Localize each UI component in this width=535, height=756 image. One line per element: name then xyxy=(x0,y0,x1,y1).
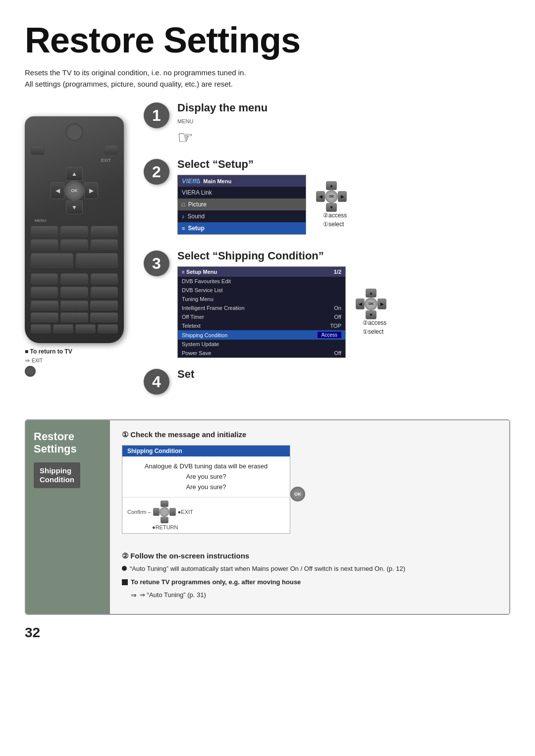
dpad-left[interactable]: ◀ xyxy=(51,182,64,199)
setup-row-5[interactable]: Teletext TOP xyxy=(178,321,345,330)
confirm-dpad-up[interactable] xyxy=(160,501,168,507)
menu-sub-label: MENU xyxy=(177,118,510,124)
confirm-dpad-down[interactable] xyxy=(160,517,168,523)
remote-btn[interactable] xyxy=(60,287,88,298)
dpad-mini-ok[interactable]: OK xyxy=(325,190,338,203)
remote-btn[interactable] xyxy=(91,273,118,284)
remote-bottom-btn[interactable] xyxy=(75,324,96,333)
setup-row-4[interactable]: Off Timer Off xyxy=(178,312,345,321)
hand-icon: ☞ xyxy=(177,127,510,148)
dpad-ok[interactable]: OK xyxy=(64,181,84,201)
setup-icon: ≡ xyxy=(182,225,185,231)
setup-row-shipping[interactable]: Shipping Condition Access xyxy=(178,330,345,340)
dpad-mini-down[interactable]: ▼ xyxy=(326,203,337,212)
dpad-right[interactable]: ▶ xyxy=(84,182,98,199)
remote-btn[interactable] xyxy=(60,226,88,237)
intro-text: Resets the TV to its original condition,… xyxy=(25,67,510,90)
dpad-mini-section: ▲ ◀ OK ▶ xyxy=(316,180,347,230)
setup-row-0[interactable]: DVB Favourites Edit xyxy=(178,277,345,286)
setup-row-8[interactable]: Power Save Off xyxy=(178,349,345,357)
setup-row-7[interactable]: System Update xyxy=(178,340,345,349)
exit-button[interactable] xyxy=(25,366,36,377)
shipping-popup: Shipping Condition Analogue & DVB tuning… xyxy=(122,445,290,534)
remote-btn[interactable] xyxy=(91,226,118,237)
step-2-ui: VIEff∆ Main Menu VIERA Link □ Picture ♪ xyxy=(177,175,510,235)
step-1-number: 1 xyxy=(144,102,169,128)
ok-button-float[interactable]: OK xyxy=(290,487,305,502)
step-1: 1 Display the menu MENU ☞ xyxy=(144,101,510,148)
arrow-bullet: ⇒ ⇒ “Auto Tuning” (p. 31) xyxy=(122,591,497,601)
remote-num-btn[interactable] xyxy=(90,301,118,310)
page-number: 32 xyxy=(25,625,510,641)
remote-num-btn[interactable] xyxy=(60,301,88,310)
dpad-mini-ok-3[interactable]: OK xyxy=(365,298,377,310)
setup-row-3[interactable]: Intelligent Frame Creation On xyxy=(178,303,345,312)
step-3-title: Select “Shipping Condition” xyxy=(177,250,510,262)
dpad-up[interactable]: ▲ xyxy=(66,167,83,181)
setup-menu-page: 1/2 xyxy=(334,269,341,275)
dpad-mini-up-3[interactable]: ▲ xyxy=(366,289,376,298)
step-4-title: Set xyxy=(177,368,510,381)
confirm-dpad-ok[interactable] xyxy=(160,507,169,517)
remote-top-button[interactable] xyxy=(65,123,83,141)
menu-item-sound[interactable]: ♪ Sound xyxy=(178,210,306,222)
menu-item-setup[interactable]: ≡ Setup xyxy=(178,222,306,234)
remote-btn[interactable] xyxy=(60,239,88,250)
confirm-dpad-right[interactable] xyxy=(169,508,176,516)
bullet-1-text: “Auto Tuning” will automatically start w… xyxy=(130,564,405,573)
bullet-1: “Auto Tuning” will automatically start w… xyxy=(122,564,497,573)
remote-btn[interactable] xyxy=(91,287,118,298)
dpad-mini-right-3[interactable]: ▶ xyxy=(377,299,386,309)
dpad-mini-up[interactable]: ▲ xyxy=(326,181,337,190)
access-badge: Access xyxy=(318,332,341,338)
remote-small-btn-2[interactable] xyxy=(104,145,118,155)
dpad-mini-left-3[interactable]: ◀ xyxy=(356,299,365,309)
remote-wide-btn-right[interactable] xyxy=(76,253,118,268)
dpad-mini-down-3[interactable]: ▼ xyxy=(366,310,376,319)
dpad-mini-left[interactable]: ◀ xyxy=(316,191,325,202)
select-access-labels-3: ②access ①select xyxy=(363,319,386,335)
remote-bottom-btn[interactable] xyxy=(98,324,118,333)
remote-num-btn[interactable] xyxy=(90,312,118,322)
access-label: ②access xyxy=(323,212,347,219)
confirm-dpad-left[interactable] xyxy=(153,508,160,516)
remote-num-btn[interactable] xyxy=(31,301,58,310)
remote-btn[interactable] xyxy=(91,239,118,250)
dpad-mini-right[interactable]: ▶ xyxy=(338,191,347,202)
select-access-labels: ②access ①select xyxy=(323,212,347,228)
remote-bottom-btn[interactable] xyxy=(31,324,51,333)
setup-row-2[interactable]: Tuning Menu xyxy=(178,295,345,303)
remote-num-btn[interactable] xyxy=(60,312,88,322)
remote-btn[interactable] xyxy=(31,226,58,237)
remote-num-btn[interactable] xyxy=(31,312,58,322)
remote-btn[interactable] xyxy=(31,287,58,298)
remote-bottom-btn[interactable] xyxy=(53,324,73,333)
dpad-down[interactable]: ▼ xyxy=(66,201,83,214)
setup-menu-title: ≡ Setup Menu xyxy=(182,269,217,275)
setup-menu-header: ≡ Setup Menu 1/2 xyxy=(178,267,345,277)
step-4-number: 4 xyxy=(144,369,169,395)
menu-header-label: Main Menu xyxy=(203,178,231,184)
remote-btn[interactable] xyxy=(60,273,88,284)
setup-row-1[interactable]: DVB Service List xyxy=(178,286,345,295)
shipping-popup-body: Analogue & DVB tuning data will be erase… xyxy=(122,456,290,497)
picture-icon: □ xyxy=(182,202,185,207)
viera-link-label: VIERA Link xyxy=(182,189,212,196)
dpad-mini-center: ◀ OK ▶ xyxy=(316,190,347,203)
remote-small-btn-1[interactable] xyxy=(31,145,45,155)
step-1-title: Display the menu xyxy=(177,101,510,114)
exit-remote-wrap: ⇒ EXIT xyxy=(25,357,134,364)
menu-item-viera-link[interactable]: VIERA Link xyxy=(178,187,306,199)
sound-label: Sound xyxy=(188,213,205,220)
step-3-ui: ≡ Setup Menu 1/2 DVB Favourites Edit DVB… xyxy=(177,266,510,358)
bottom-box: RestoreSettings ShippingCondition ① Chec… xyxy=(25,419,510,615)
step-2-content: Select “Setup” VIEff∆ Main Menu VIERA Li… xyxy=(177,158,510,235)
sound-icon: ♪ xyxy=(182,213,185,219)
menu-item-picture[interactable]: □ Picture xyxy=(178,199,306,210)
remote-btn[interactable] xyxy=(31,273,58,284)
step-2: 2 Select “Setup” VIEff∆ Main Menu VIERA … xyxy=(144,158,510,235)
remote-btn[interactable] xyxy=(31,239,58,250)
step-2-number: 2 xyxy=(144,159,169,185)
remote-wide-btn-left[interactable] xyxy=(31,253,73,268)
exit-remote-label: EXIT xyxy=(32,358,43,363)
